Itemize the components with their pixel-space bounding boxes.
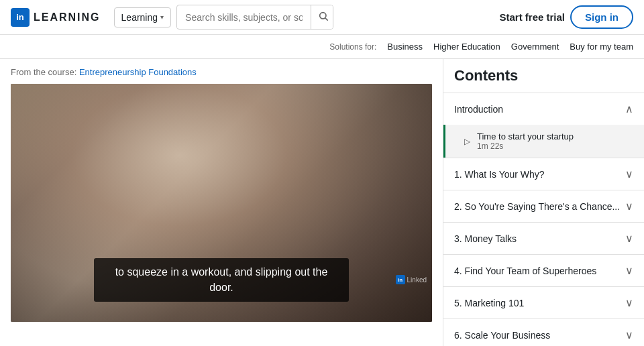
section-introduction-content: ▷ Time to start your startup 1m 22s bbox=[443, 125, 644, 158]
video-player[interactable]: in Linked to squeeze in a workout, and s… bbox=[11, 84, 432, 322]
section-1-label: 1. What Is Your Why? bbox=[454, 169, 545, 180]
lesson-item[interactable]: ▷ Time to start your startup 1m 22s bbox=[443, 125, 644, 158]
breadcrumb: From the course: Entrepreneurship Founda… bbox=[11, 67, 432, 77]
section-3: 3. Money Talks ∨ bbox=[443, 222, 644, 254]
play-icon: ▷ bbox=[464, 137, 470, 146]
section-5-label: 5. Marketing 101 bbox=[454, 298, 524, 308]
video-watermark: in Linked bbox=[396, 275, 427, 284]
section-1: 1. What Is Your Why? ∨ bbox=[443, 158, 644, 190]
video-subtitle: to squeeze in a workout, and slipping ou… bbox=[94, 258, 349, 302]
section-2-header[interactable]: 2. So You're Saying There's a Chance... … bbox=[443, 190, 644, 222]
chevron-down-icon: ∨ bbox=[625, 296, 633, 309]
solutions-for-label: Solutions for: bbox=[329, 42, 376, 52]
section-5: 5. Marketing 101 ∨ bbox=[443, 286, 644, 319]
course-link[interactable]: Entrepreneurship Foundations bbox=[79, 67, 197, 77]
section-5-header[interactable]: 5. Marketing 101 ∨ bbox=[443, 287, 644, 319]
search-button[interactable] bbox=[311, 5, 333, 29]
main-content: From the course: Entrepreneurship Founda… bbox=[0, 59, 644, 346]
section-2-label: 2. So You're Saying There's a Chance... bbox=[454, 201, 620, 212]
section-1-header[interactable]: 1. What Is Your Why? ∨ bbox=[443, 158, 644, 190]
solutions-business-link[interactable]: Business bbox=[387, 42, 423, 52]
search-input[interactable] bbox=[177, 7, 311, 28]
section-introduction-label: Introduction bbox=[454, 104, 503, 115]
sign-in-button[interactable]: Sign in bbox=[570, 5, 633, 29]
section-3-label: 3. Money Talks bbox=[454, 233, 517, 244]
contents-title: Contents bbox=[443, 67, 644, 93]
section-introduction-header[interactable]: Introduction ∧ bbox=[443, 93, 644, 125]
section-introduction: Introduction ∧ ▷ Time to start your star… bbox=[443, 93, 644, 158]
chevron-down-icon: ∨ bbox=[625, 264, 633, 277]
linkedin-logo[interactable]: in LEARNING bbox=[11, 8, 101, 27]
section-4: 4. Find Your Team of Superheroes ∨ bbox=[443, 254, 644, 286]
section-4-header[interactable]: 4. Find Your Team of Superheroes ∨ bbox=[443, 255, 644, 286]
learning-brand-text: LEARNING bbox=[34, 11, 101, 23]
section-6: 6. Scale Your Business ∨ bbox=[443, 319, 644, 346]
linkedin-in-icon: in bbox=[11, 8, 30, 27]
lesson-title: Time to start your startup bbox=[477, 131, 574, 141]
chevron-down-icon: ∨ bbox=[625, 329, 633, 341]
section-4-label: 4. Find Your Team of Superheroes bbox=[454, 266, 596, 276]
chevron-down-icon: ∨ bbox=[625, 200, 633, 213]
search-icon bbox=[318, 11, 329, 21]
section-6-header[interactable]: 6. Scale Your Business ∨ bbox=[443, 319, 644, 346]
video-area: From the course: Entrepreneurship Founda… bbox=[0, 59, 443, 346]
chevron-down-icon: ∨ bbox=[625, 232, 633, 245]
start-free-trial-link[interactable]: Start free trial bbox=[499, 11, 565, 23]
solutions-government-link[interactable]: Government bbox=[511, 42, 559, 52]
section-6-label: 6. Scale Your Business bbox=[454, 330, 550, 341]
top-nav: in LEARNING Learning ▾ Start free trial … bbox=[0, 0, 644, 35]
learning-dropdown[interactable]: Learning ▾ bbox=[114, 7, 172, 27]
solutions-buy-for-my-team-link[interactable]: Buy for my team bbox=[570, 42, 633, 52]
section-3-header[interactable]: 3. Money Talks ∨ bbox=[443, 223, 644, 254]
solutions-higher-education-link[interactable]: Higher Education bbox=[433, 42, 500, 52]
chevron-down-icon: ▾ bbox=[160, 13, 164, 21]
svg-point-0 bbox=[320, 13, 326, 19]
svg-line-1 bbox=[325, 18, 328, 21]
lesson-duration: 1m 22s bbox=[477, 141, 574, 151]
dropdown-label: Learning bbox=[121, 12, 158, 23]
chevron-up-icon: ∧ bbox=[625, 103, 633, 115]
contents-panel: Contents Introduction ∧ ▷ Time to start … bbox=[443, 59, 644, 346]
chevron-down-icon: ∨ bbox=[625, 168, 633, 180]
search-bar bbox=[176, 5, 333, 30]
section-2: 2. So You're Saying There's a Chance... … bbox=[443, 190, 644, 222]
solutions-bar: Solutions for: Business Higher Education… bbox=[0, 35, 644, 59]
